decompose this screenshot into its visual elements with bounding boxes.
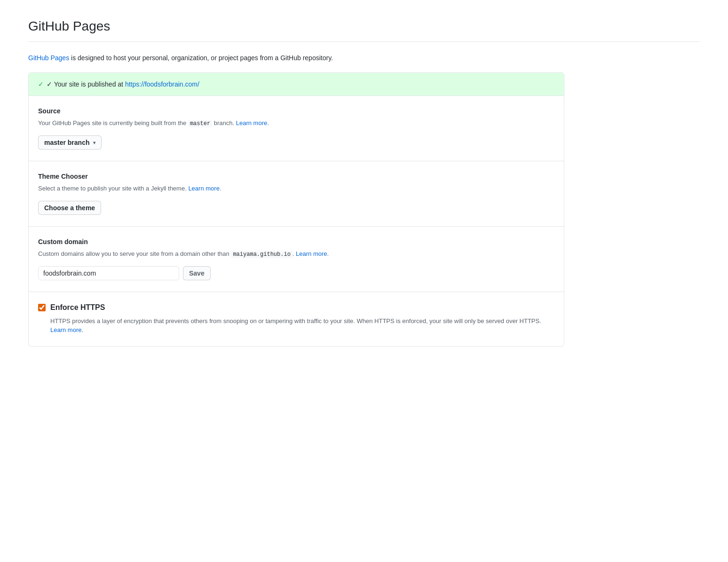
theme-desc-prefix: Select a theme to publish your site with… (38, 185, 188, 192)
choose-theme-button[interactable]: Choose a theme (38, 201, 101, 215)
custom-domain-input[interactable] (38, 266, 179, 280)
intro-text: is designed to host your personal, organ… (69, 54, 333, 62)
source-description: Your GitHub Pages site is currently bein… (38, 119, 554, 128)
theme-chooser-section: Theme Chooser Select a theme to publish … (29, 161, 564, 227)
custom-domain-description: Custom domains allow you to serve your s… (38, 249, 554, 259)
custom-domain-desc-suffix: . (293, 250, 296, 257)
enforce-https-checkbox[interactable] (38, 304, 46, 311)
theme-chooser-description: Select a theme to publish your site with… (38, 184, 554, 193)
custom-domain-section: Custom domain Custom domains allow you t… (29, 227, 564, 292)
custom-domain-code: maiyama.github.io (231, 251, 292, 258)
source-learn-more-link[interactable]: Learn more (236, 119, 267, 127)
source-section: Source Your GitHub Pages site is current… (29, 96, 564, 161)
custom-domain-row: Save (38, 266, 554, 280)
published-url-link[interactable]: https://foodsforbrain.com/ (125, 80, 199, 88)
theme-desc-suffix: . (220, 185, 222, 192)
enforce-https-title: Enforce HTTPS (50, 303, 105, 312)
main-settings-box: ✓✓ Your site is published at https://foo… (28, 72, 564, 347)
custom-domain-desc-prefix: Custom domains allow you to serve your s… (38, 250, 231, 257)
theme-learn-more-link[interactable]: Learn more (188, 185, 219, 192)
intro-paragraph: GitHub Pages is designed to host your pe… (28, 53, 700, 63)
save-domain-button[interactable]: Save (183, 266, 211, 280)
save-button-label: Save (189, 269, 205, 277)
source-branch-code: master (188, 120, 212, 127)
choose-theme-label: Choose a theme (44, 204, 95, 212)
github-pages-link[interactable]: GitHub Pages (28, 54, 69, 62)
custom-domain-learn-more-link[interactable]: Learn more (296, 250, 327, 257)
check-icon: ✓ (38, 80, 44, 88)
enforce-https-section: Enforce HTTPS HTTPS provides a layer of … (29, 292, 564, 346)
branch-dropdown-button[interactable]: master branch ▾ (38, 135, 102, 150)
source-desc-prefix: Your GitHub Pages site is currently bein… (38, 119, 188, 127)
custom-domain-title: Custom domain (38, 238, 554, 245)
https-header: Enforce HTTPS (38, 303, 554, 312)
source-desc-suffix: branch. (212, 119, 236, 127)
https-desc-text: HTTPS provides a layer of encryption tha… (50, 317, 541, 325)
published-prefix: ✓ Your site is published at (47, 80, 125, 88)
https-learn-more-link[interactable]: Learn more (50, 326, 81, 333)
page-title: GitHub Pages (28, 19, 700, 34)
enforce-https-description: HTTPS provides a layer of encryption tha… (38, 317, 554, 335)
theme-chooser-title: Theme Chooser (38, 173, 554, 180)
branch-button-label: master branch (44, 139, 89, 146)
published-banner: ✓✓ Your site is published at https://foo… (29, 73, 564, 96)
source-title: Source (38, 107, 554, 115)
title-divider (28, 41, 700, 42)
chevron-down-icon: ▾ (93, 140, 95, 145)
